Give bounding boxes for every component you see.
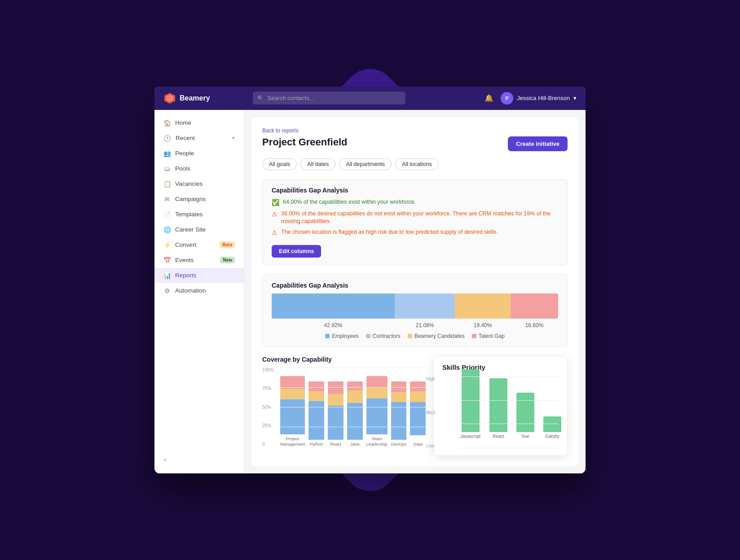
search-bar-container: 🔍 [253, 92, 405, 105]
content-area: Back to reports Project Greenfield Creat… [244, 110, 586, 473]
cov-bar-data: Data [410, 381, 426, 446]
analysis-item-warning-1: ⚠ 36.00% of the desired capabilities do … [272, 210, 558, 226]
cov-seg-pm-gap [280, 376, 305, 389]
skills-priority-card: Skills Priority High Med Low [433, 356, 568, 456]
analysis-success-text: 64.00% of the capabilities exist within … [283, 198, 416, 206]
create-initiative-button[interactable]: Create initiative [508, 136, 568, 151]
sidebar: 🏠 Home 🕐 Recent ▾ 👥 People 🗂 Pools 📋 Vac… [154, 110, 244, 473]
coverage-chart: Coverage by Capability 100% 75% 50% 25% … [262, 356, 426, 457]
gridline-100 [280, 368, 426, 368]
sidebar-item-people[interactable]: 👥 People [154, 146, 244, 161]
analysis-item-warning-2: ⚠ The chosen location is flagged as high… [272, 228, 558, 237]
legend-dot-employees [325, 334, 330, 338]
bar-gatsby [543, 416, 561, 432]
y-label-0: 0 [262, 442, 274, 446]
legend-beamery-candidates: Beamery Candidates [408, 333, 465, 339]
sidebar-item-pools[interactable]: 🗂 Pools [154, 161, 244, 176]
legend-employees: Employees [325, 333, 358, 339]
sidebar-item-career-site[interactable]: 🌐 Career Site [154, 222, 244, 237]
cov-seg-tl-gap [366, 376, 388, 388]
skills-y-axis: High Med Low [426, 376, 436, 448]
sidebar-item-home[interactable]: 🏠 Home [154, 115, 244, 131]
legend-dot-talent-gap [472, 334, 476, 338]
cov-seg-python-gap [308, 381, 324, 391]
employees-label: 42.92% [272, 322, 395, 328]
cov-seg-pm-emp [280, 399, 305, 434]
warning-icon-2: ⚠ [272, 228, 278, 237]
cov-seg-java-emp [347, 403, 363, 440]
cov-seg-react-emp [328, 406, 344, 440]
bar-label-gatsby: Gatsby [545, 434, 559, 439]
y-label-75: 75% [262, 386, 274, 391]
legend-label-employees: Employees [332, 333, 358, 339]
filter-all-goals[interactable]: All goals [262, 158, 297, 170]
coverage-y-labels: 100% 75% 50% 25% 0 [262, 368, 274, 446]
events-icon: 📅 [163, 257, 171, 264]
notification-button[interactable]: 🔔 [485, 94, 493, 102]
sidebar-label-automation: Automation [175, 287, 206, 294]
filter-all-locations[interactable]: All locations [395, 158, 439, 170]
coverage-chart-wrapper: 100% 75% 50% 25% 0 [262, 368, 426, 457]
skills-bar-chart: Javascript React Vue [460, 376, 558, 448]
pools-icon: 🗂 [163, 165, 171, 172]
skills-bar-vue: Vue [516, 393, 534, 439]
bar-contractors [395, 293, 455, 319]
skills-bar-javascript: Javascript [460, 369, 480, 439]
automation-icon: ⚙ [163, 287, 171, 294]
sidebar-item-recent[interactable]: 🕐 Recent ▾ [154, 131, 244, 146]
sidebar-item-events[interactable]: 📅 Events New [154, 253, 244, 268]
page-header: Project Greenfield Create initiative [262, 136, 568, 151]
skills-y-low: Low [426, 443, 436, 448]
cov-stacked-react [328, 381, 344, 440]
content-inner: Back to reports Project Greenfield Creat… [251, 117, 578, 466]
cov-stacked-devops [391, 381, 407, 440]
back-link[interactable]: Back to reports [262, 127, 299, 134]
recent-icon: 🕐 [163, 135, 171, 142]
sidebar-item-vacancies[interactable]: 📋 Vacancies [154, 176, 244, 192]
legend-label-talent-gap: Talent Gap [479, 333, 505, 339]
check-icon: ✅ [272, 198, 279, 207]
bar-employees [272, 293, 395, 319]
convert-icon: ⚡ [163, 241, 171, 249]
user-menu[interactable]: P Jessica Hill-Brenson ▾ [501, 92, 577, 105]
legend-label-beamery: Beamery Candidates [414, 333, 465, 339]
chevron-down-icon: ▾ [232, 135, 235, 141]
beamery-candidates-label: 19.40% [455, 322, 511, 328]
cov-bar-python: Python [308, 381, 324, 446]
filter-all-dates[interactable]: All dates [300, 158, 335, 170]
sidebar-collapse-button[interactable]: « [154, 451, 244, 468]
cov-stacked-tl [366, 376, 388, 434]
search-input[interactable] [253, 92, 405, 105]
edit-columns-button[interactable]: Edit columns [272, 245, 321, 258]
new-badge: New [220, 257, 235, 263]
cov-seg-react-beamery [328, 394, 344, 406]
sidebar-item-automation[interactable]: ⚙ Automation [154, 283, 244, 298]
sidebar-label-pools: Pools [175, 165, 190, 172]
cov-seg-python-beamery [308, 391, 324, 401]
cov-label-devops: DevOps [391, 442, 406, 446]
sidebar-item-campaigns[interactable]: ✉ Campaigns [154, 192, 244, 207]
filter-tabs: All goals All dates All departments All … [262, 158, 568, 170]
nav-right: 🔔 P Jessica Hill-Brenson ▾ [485, 92, 577, 105]
bar-label-javascript: Javascript [460, 434, 480, 439]
filter-all-departments[interactable]: All departments [339, 158, 392, 170]
cov-seg-java-beamery [347, 390, 363, 403]
sidebar-item-templates[interactable]: 📄 Templates [154, 207, 244, 222]
user-name: Jessica Hill-Brenson [517, 95, 570, 101]
campaigns-icon: ✉ [163, 196, 171, 203]
cov-bar-team-leadership: TeamLeadership [366, 376, 388, 446]
browser-window: Beamery 🔍 🔔 P Jessica Hill-Brenson ▾ 🏠 H… [154, 87, 586, 473]
horiz-chart-section: Capabilities Gap Analysis 42.92% 21.08% … [262, 274, 568, 347]
vacancies-icon: 📋 [163, 180, 171, 188]
gap-analysis-title: Capabilities Gap Analysis [272, 187, 558, 194]
top-nav: Beamery 🔍 🔔 P Jessica Hill-Brenson ▾ [154, 87, 586, 110]
y-label-50: 50% [262, 405, 274, 410]
cov-label-python: Python [310, 442, 323, 446]
bottom-charts: Coverage by Capability 100% 75% 50% 25% … [262, 356, 568, 457]
cov-seg-python-emp [308, 401, 324, 440]
sidebar-item-convert[interactable]: ⚡ Convert Beta [154, 237, 244, 253]
cov-seg-tl-emp [366, 398, 388, 434]
sidebar-label-people: People [175, 150, 194, 157]
sidebar-item-reports[interactable]: 📊 Reports [154, 268, 244, 283]
warning-icon-1: ⚠ [272, 210, 278, 219]
